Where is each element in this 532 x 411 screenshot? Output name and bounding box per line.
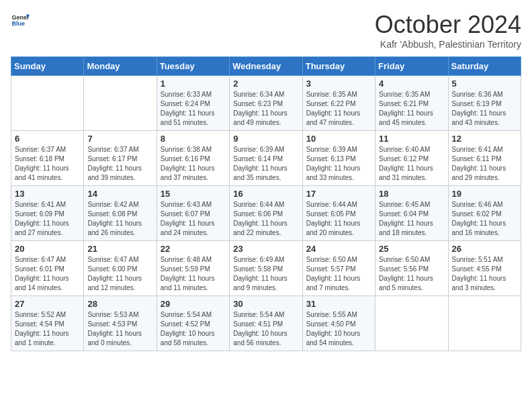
calendar-cell [375, 296, 448, 351]
day-info: Sunrise: 6:33 AM Sunset: 6:24 PM Dayligh… [161, 90, 226, 128]
day-number: 24 [306, 244, 371, 254]
day-number: 7 [87, 134, 152, 144]
day-info: Sunrise: 6:44 AM Sunset: 6:05 PM Dayligh… [306, 200, 371, 238]
calendar-cell: 17Sunrise: 6:44 AM Sunset: 6:05 PM Dayli… [302, 186, 375, 241]
title-block: October 2024 Kafr 'Abbush, Palestinian T… [375, 11, 521, 50]
day-number: 5 [452, 79, 517, 89]
day-number: 18 [379, 189, 444, 199]
column-header-wednesday: Wednesday [230, 57, 302, 76]
calendar-cell: 3Sunrise: 6:35 AM Sunset: 6:22 PM Daylig… [302, 76, 375, 131]
day-number: 21 [87, 244, 152, 254]
day-number: 3 [306, 79, 371, 89]
column-header-friday: Friday [375, 57, 448, 76]
day-number: 31 [306, 299, 371, 309]
day-info: Sunrise: 6:44 AM Sunset: 6:06 PM Dayligh… [233, 200, 298, 238]
calendar-cell: 21Sunrise: 6:47 AM Sunset: 6:00 PM Dayli… [84, 241, 157, 296]
day-number: 25 [379, 244, 444, 254]
day-number: 30 [233, 299, 298, 309]
calendar-cell: 4Sunrise: 6:35 AM Sunset: 6:21 PM Daylig… [375, 76, 448, 131]
location-subtitle: Kafr 'Abbush, Palestinian Territory [375, 39, 521, 50]
day-info: Sunrise: 6:39 AM Sunset: 6:13 PM Dayligh… [306, 145, 371, 183]
calendar-cell [84, 76, 157, 131]
calendar-week-row: 20Sunrise: 6:47 AM Sunset: 6:01 PM Dayli… [11, 241, 521, 296]
day-info: Sunrise: 6:36 AM Sunset: 6:19 PM Dayligh… [452, 90, 517, 128]
day-info: Sunrise: 5:51 AM Sunset: 4:55 PM Dayligh… [452, 255, 517, 293]
calendar-cell: 11Sunrise: 6:40 AM Sunset: 6:12 PM Dayli… [375, 131, 448, 186]
calendar-cell: 16Sunrise: 6:44 AM Sunset: 6:06 PM Dayli… [230, 186, 302, 241]
day-info: Sunrise: 6:42 AM Sunset: 6:08 PM Dayligh… [87, 200, 152, 238]
month-title: October 2024 [375, 11, 521, 39]
day-info: Sunrise: 6:50 AM Sunset: 5:56 PM Dayligh… [379, 255, 444, 293]
calendar-cell: 30Sunrise: 5:54 AM Sunset: 4:51 PM Dayli… [230, 296, 302, 351]
calendar-cell: 12Sunrise: 6:41 AM Sunset: 6:11 PM Dayli… [448, 131, 521, 186]
day-number: 11 [379, 134, 444, 144]
calendar-cell: 19Sunrise: 6:46 AM Sunset: 6:02 PM Dayli… [448, 186, 521, 241]
calendar-cell: 24Sunrise: 6:50 AM Sunset: 5:57 PM Dayli… [302, 241, 375, 296]
svg-text:Blue: Blue [11, 20, 25, 27]
logo: General Blue [11, 11, 30, 30]
calendar-cell: 14Sunrise: 6:42 AM Sunset: 6:08 PM Dayli… [84, 186, 157, 241]
calendar-cell: 2Sunrise: 6:34 AM Sunset: 6:23 PM Daylig… [230, 76, 302, 131]
day-number: 23 [233, 244, 298, 254]
day-number: 9 [233, 134, 298, 144]
calendar-week-row: 13Sunrise: 6:41 AM Sunset: 6:09 PM Dayli… [11, 186, 521, 241]
calendar-week-row: 27Sunrise: 5:52 AM Sunset: 4:54 PM Dayli… [11, 296, 521, 351]
day-info: Sunrise: 6:37 AM Sunset: 6:18 PM Dayligh… [15, 145, 80, 183]
day-number: 8 [161, 134, 226, 144]
calendar-cell: 31Sunrise: 5:55 AM Sunset: 4:50 PM Dayli… [302, 296, 375, 351]
day-info: Sunrise: 6:47 AM Sunset: 6:01 PM Dayligh… [15, 255, 80, 293]
day-info: Sunrise: 6:35 AM Sunset: 6:22 PM Dayligh… [306, 90, 371, 128]
day-info: Sunrise: 6:41 AM Sunset: 6:09 PM Dayligh… [15, 200, 80, 238]
calendar-cell: 1Sunrise: 6:33 AM Sunset: 6:24 PM Daylig… [157, 76, 229, 131]
day-number: 16 [233, 189, 298, 199]
day-number: 1 [161, 79, 226, 89]
calendar-cell: 28Sunrise: 5:53 AM Sunset: 4:53 PM Dayli… [84, 296, 157, 351]
calendar-cell: 20Sunrise: 6:47 AM Sunset: 6:01 PM Dayli… [11, 241, 84, 296]
day-info: Sunrise: 5:53 AM Sunset: 4:53 PM Dayligh… [87, 310, 152, 348]
calendar-cell: 22Sunrise: 6:48 AM Sunset: 5:59 PM Dayli… [157, 241, 229, 296]
column-header-thursday: Thursday [302, 57, 375, 76]
day-info: Sunrise: 6:50 AM Sunset: 5:57 PM Dayligh… [306, 255, 371, 293]
day-info: Sunrise: 6:37 AM Sunset: 6:17 PM Dayligh… [87, 145, 152, 183]
day-number: 2 [233, 79, 298, 89]
calendar-table: SundayMondayTuesdayWednesdayThursdayFrid… [11, 56, 521, 351]
column-header-monday: Monday [84, 57, 157, 76]
day-number: 27 [15, 299, 80, 309]
column-header-sunday: Sunday [11, 57, 84, 76]
day-number: 20 [15, 244, 80, 254]
calendar-cell: 6Sunrise: 6:37 AM Sunset: 6:18 PM Daylig… [11, 131, 84, 186]
day-info: Sunrise: 6:41 AM Sunset: 6:11 PM Dayligh… [452, 145, 517, 183]
day-number: 10 [306, 134, 371, 144]
day-number: 4 [379, 79, 444, 89]
day-info: Sunrise: 5:52 AM Sunset: 4:54 PM Dayligh… [15, 310, 80, 348]
calendar-week-row: 6Sunrise: 6:37 AM Sunset: 6:18 PM Daylig… [11, 131, 521, 186]
calendar-cell: 5Sunrise: 6:36 AM Sunset: 6:19 PM Daylig… [448, 76, 521, 131]
calendar-cell: 29Sunrise: 5:54 AM Sunset: 4:52 PM Dayli… [157, 296, 229, 351]
calendar-cell: 23Sunrise: 6:49 AM Sunset: 5:58 PM Dayli… [230, 241, 302, 296]
calendar-cell: 10Sunrise: 6:39 AM Sunset: 6:13 PM Dayli… [302, 131, 375, 186]
day-number: 15 [161, 189, 226, 199]
calendar-week-row: 1Sunrise: 6:33 AM Sunset: 6:24 PM Daylig… [11, 76, 521, 131]
calendar-cell: 18Sunrise: 6:45 AM Sunset: 6:04 PM Dayli… [375, 186, 448, 241]
day-info: Sunrise: 6:46 AM Sunset: 6:02 PM Dayligh… [452, 200, 517, 238]
column-header-tuesday: Tuesday [157, 57, 229, 76]
day-info: Sunrise: 5:54 AM Sunset: 4:52 PM Dayligh… [161, 310, 226, 348]
day-number: 14 [87, 189, 152, 199]
calendar-cell: 8Sunrise: 6:38 AM Sunset: 6:16 PM Daylig… [157, 131, 229, 186]
day-number: 22 [161, 244, 226, 254]
day-info: Sunrise: 6:49 AM Sunset: 5:58 PM Dayligh… [233, 255, 298, 293]
day-info: Sunrise: 6:48 AM Sunset: 5:59 PM Dayligh… [161, 255, 226, 293]
day-number: 28 [87, 299, 152, 309]
day-number: 29 [161, 299, 226, 309]
calendar-cell: 27Sunrise: 5:52 AM Sunset: 4:54 PM Dayli… [11, 296, 84, 351]
calendar-cell: 15Sunrise: 6:43 AM Sunset: 6:07 PM Dayli… [157, 186, 229, 241]
calendar-cell: 7Sunrise: 6:37 AM Sunset: 6:17 PM Daylig… [84, 131, 157, 186]
day-info: Sunrise: 6:39 AM Sunset: 6:14 PM Dayligh… [233, 145, 298, 183]
day-info: Sunrise: 6:45 AM Sunset: 6:04 PM Dayligh… [379, 200, 444, 238]
day-number: 12 [452, 134, 517, 144]
calendar-cell [11, 76, 84, 131]
day-info: Sunrise: 5:54 AM Sunset: 4:51 PM Dayligh… [233, 310, 298, 348]
day-info: Sunrise: 6:38 AM Sunset: 6:16 PM Dayligh… [161, 145, 226, 183]
calendar-header-row: SundayMondayTuesdayWednesdayThursdayFrid… [11, 57, 521, 76]
day-info: Sunrise: 6:47 AM Sunset: 6:00 PM Dayligh… [87, 255, 152, 293]
